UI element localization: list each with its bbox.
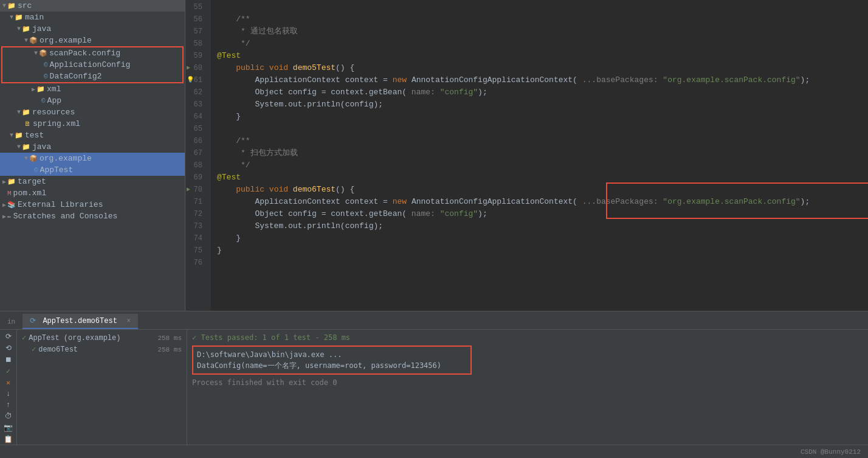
label-org-example: org.example [40, 36, 92, 45]
ln-69: 69 [185, 172, 206, 184]
sidebar-item-main[interactable]: ▼ 📁 main [0, 12, 185, 23]
toolbar-check-btn[interactable]: ✓ [2, 367, 15, 376]
toolbar-timer-btn[interactable]: ⏱ [2, 412, 15, 421]
folder-icon-main: 📁 [15, 13, 23, 21]
folder-icon-xml: 📁 [36, 85, 45, 93]
tab-apptest[interactable]: ⟳ AppTest.demo6Test × [22, 314, 138, 329]
arrow-external: ▶ [2, 201, 6, 209]
folder-icon-src: 📁 [7, 2, 16, 10]
toolbar-screenshot-btn[interactable]: 📷 [2, 423, 15, 432]
output-cmd-line: D:\software\Java\bin\java.exe ... [197, 349, 467, 360]
sidebar-item-org-example2[interactable]: ▼ 📦 org.example [0, 153, 185, 164]
code-line-67: * 扫包方式加载 [211, 147, 868, 159]
label-scanpack: scanPack.config [49, 49, 120, 58]
sidebar-item-org-example[interactable]: ▼ 📦 org.example [0, 35, 185, 46]
sidebar-item-apptest[interactable]: © AppTest [0, 164, 185, 176]
finish-text: Process finished with exit code 0 [192, 378, 337, 387]
sidebar-item-dataconfig[interactable]: © DataConfig2 [2, 71, 182, 82]
ln-59: 59 [185, 50, 206, 62]
sidebar-item-scratches[interactable]: ▶ ✏ Scratches and Consoles [0, 210, 185, 222]
status-text: CSDN @Bunny0212 [801, 448, 861, 456]
code-line-57: * 通过包名获取 [211, 26, 868, 38]
arrow-xml: ▶ [32, 86, 35, 93]
arrow-scratches: ▶ [2, 213, 6, 220]
sidebar-item-scanpack[interactable]: ▼ 📦 scanPack.config [2, 47, 182, 59]
sidebar-item-pom[interactable]: M pom.xml [0, 187, 185, 199]
ln-73: 73 [185, 220, 206, 232]
label-resources: resources [32, 108, 75, 117]
class-icon-appconfig: © [44, 61, 48, 69]
package-icon-org: 📦 [29, 36, 38, 44]
toolbar-x-btn[interactable]: ✕ [2, 378, 15, 387]
main-area: ▼ 📁 src ▼ 📁 main ▼ 📁 java ▼ 📦 org.exampl… [0, 0, 868, 311]
code-line-76 [211, 257, 868, 269]
code-line-65 [211, 123, 868, 135]
test-result-apptest[interactable]: ✓ AppTest (org.example) 258 ms [17, 332, 187, 344]
label-java: java [32, 24, 51, 33]
label-external: External Libraries [18, 200, 103, 209]
toolbar-up-btn[interactable]: ↑ [2, 401, 15, 409]
test-output: ✓ Tests passed: 1 of 1 test - 258 ms D:\… [187, 330, 868, 445]
label-pom: pom.xml [13, 189, 47, 198]
arrow-java: ▼ [17, 26, 21, 32]
code-line-60: public void demo5Test() { [211, 62, 868, 74]
label-appconfig: ApplicationConfig [50, 60, 131, 69]
code-line-69: @Test [211, 172, 868, 184]
toolbar-copy-btn[interactable]: 📋 [2, 435, 15, 444]
sidebar-item-target[interactable]: ▶ 📁 target [0, 176, 185, 187]
label-test: test [25, 131, 44, 140]
demo6-label: demo6Test [38, 345, 78, 354]
code-line-58: */ [211, 38, 868, 50]
class-icon-dataconfig: © [44, 73, 48, 80]
toolbar-down-btn[interactable]: ↓ [2, 390, 15, 398]
code-lines[interactable]: /** * 通过包名获取 */ @Test public void demo5T… [211, 0, 868, 311]
label-apptest: AppTest [40, 165, 74, 175]
ln-64: 64 [185, 111, 206, 123]
package-icon-scanpack: 📦 [39, 49, 47, 57]
xml-icon-spring: 🗎 [24, 120, 31, 128]
ln-67: 67 [185, 147, 206, 159]
code-line-75: } [211, 245, 868, 257]
ln-56: 56 [185, 13, 206, 26]
sidebar: ▼ 📁 src ▼ 📁 main ▼ 📁 java ▼ 📦 org.exampl… [0, 0, 185, 311]
ln-75: 75 [185, 245, 206, 257]
ln-62: 62 [185, 86, 206, 99]
test-result-demo6[interactable]: ✓ demo6Test 258 ms [17, 344, 187, 355]
sidebar-item-external[interactable]: ▶ 📚 External Libraries [0, 199, 185, 210]
sidebar-item-java[interactable]: ▼ 📁 java [0, 23, 185, 35]
code-line-55 [211, 1, 868, 13]
sidebar-item-java2[interactable]: ▼ 📁 java [0, 141, 185, 153]
label-app: App [47, 96, 61, 105]
sidebar-item-xml[interactable]: ▶ 📁 xml [0, 83, 185, 95]
ln-72: 72 [185, 208, 206, 220]
arrow-scanpack: ▼ [34, 50, 38, 57]
toolbar-rerun-btn[interactable]: ⟳ [2, 332, 15, 341]
label-scratches: Scratches and Consoles [13, 212, 118, 221]
folder-icon-java: 📁 [22, 25, 30, 33]
arrow-src: ▼ [2, 2, 6, 9]
ln-76: 76 [185, 257, 206, 269]
demo6-time: 258 ms [157, 346, 182, 353]
label-org-example2: org.example [40, 154, 92, 163]
tab-run[interactable]: in [0, 316, 22, 329]
sidebar-item-appconfig[interactable]: © ApplicationConfig [2, 59, 182, 71]
sidebar-item-app[interactable]: © App [0, 95, 185, 106]
ln-70: 70▶ [185, 184, 206, 196]
code-line-71: ApplicationContext context = new Annotat… [211, 196, 868, 208]
code-line-72: Object config = context.getBean( name: "… [211, 208, 868, 220]
sidebar-item-resources[interactable]: ▼ 📁 resources [0, 106, 185, 118]
tab-close-btn[interactable]: × [126, 317, 131, 325]
label-springxml: spring.xml [33, 119, 80, 128]
arrow-main: ▼ [10, 14, 13, 21]
toolbar-debug-btn[interactable]: ⟲ [2, 344, 15, 353]
pass-text: ✓ Tests passed: 1 of 1 test - 258 ms [192, 333, 350, 342]
status-bar: CSDN @Bunny0212 [0, 445, 868, 458]
sidebar-item-test[interactable]: ▼ 📁 test [0, 130, 185, 141]
ln-58: 58 [185, 38, 206, 50]
ln-71: 71 [185, 196, 206, 208]
sidebar-item-src[interactable]: ▼ 📁 src [0, 0, 185, 12]
sidebar-item-springxml[interactable]: 🗎 spring.xml [0, 118, 185, 130]
output-data-line: DataConfig(name=一个名字, username=root, pas… [197, 360, 467, 371]
label-dataconfig: DataConfig2 [50, 72, 102, 81]
toolbar-stop-btn[interactable]: ⏹ [2, 355, 15, 364]
